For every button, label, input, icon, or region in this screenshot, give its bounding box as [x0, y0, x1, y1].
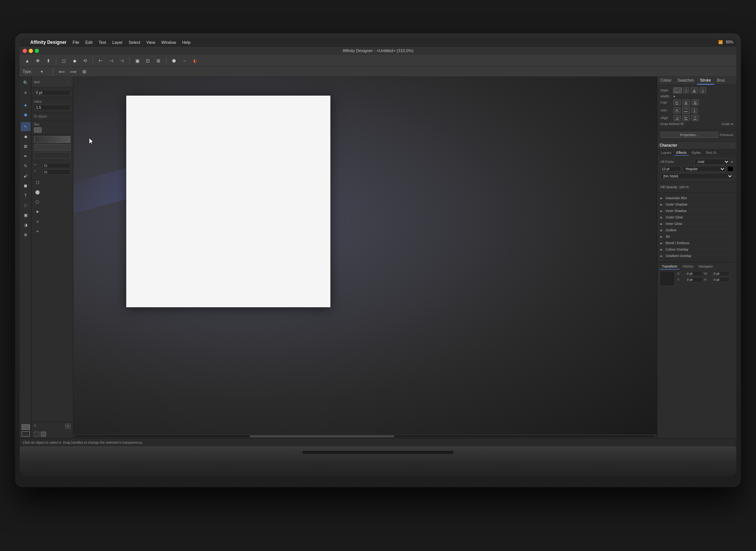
- style-btn-line[interactable]: /: [683, 87, 689, 93]
- style-btn-curve[interactable]: ~: [700, 87, 706, 93]
- tool-zoom-btn[interactable]: ⊕: [21, 230, 31, 239]
- fullscreen-button[interactable]: [35, 49, 39, 53]
- toolbar-node-btn[interactable]: ◆: [70, 57, 79, 65]
- tool-extra-2[interactable]: ⬤: [33, 188, 42, 197]
- bevel-label[interactable]: Bevel / Emboss: [666, 241, 733, 245]
- tool-pencil-btn[interactable]: ✎: [21, 161, 31, 170]
- tool-shape-btn[interactable]: □: [21, 201, 31, 210]
- toolbar-align-left-btn[interactable]: ⊢: [96, 57, 105, 65]
- tx-input[interactable]: [686, 271, 703, 276]
- tw-input[interactable]: [713, 271, 730, 276]
- menu-window[interactable]: Window: [161, 40, 176, 45]
- tab-colour[interactable]: Colour: [657, 77, 674, 85]
- font-color-swatch[interactable]: [727, 166, 733, 172]
- minimize-button[interactable]: [29, 49, 33, 53]
- toolbar-boolean-btn[interactable]: ⊞: [154, 57, 163, 65]
- tab-brush[interactable]: Brus: [714, 77, 728, 85]
- 3d-label[interactable]: 3D: [666, 235, 733, 238]
- style-btn-angle[interactable]: ∠: [691, 87, 698, 93]
- outer-shadow-label[interactable]: Outer Shadow: [666, 203, 733, 206]
- align-3[interactable]: ⊤: [691, 115, 699, 121]
- align-2[interactable]: ⊢: [682, 115, 690, 121]
- close-button[interactable]: [23, 49, 27, 53]
- stroke-value[interactable]: 0 pt: [34, 90, 71, 96]
- stroke-color-swatch[interactable]: [22, 431, 30, 436]
- history-tab[interactable]: History: [680, 264, 696, 269]
- tab-swatches[interactable]: Swatches: [674, 77, 697, 85]
- fill-swatch[interactable]: [34, 127, 42, 133]
- app-name-menu[interactable]: Affinity Designer: [30, 40, 67, 45]
- tool-extra-1[interactable]: ◻: [33, 178, 42, 187]
- align-1[interactable]: ⊣: [673, 115, 681, 121]
- fill-color-swatch[interactable]: [22, 424, 30, 430]
- toolbar-triangle-btn[interactable]: ▲: [23, 57, 32, 65]
- ctx-align2-btn[interactable]: ⟹: [68, 68, 77, 76]
- horizontal-scrollbar[interactable]: [73, 434, 657, 438]
- inner-shadow-label[interactable]: Inner Shadow: [666, 209, 733, 213]
- tool-gradient-btn[interactable]: ▣: [21, 210, 31, 220]
- tool-text-btn[interactable]: T: [21, 191, 31, 200]
- subtab-layers[interactable]: Layers: [659, 150, 674, 156]
- toolbar-group-btn[interactable]: ▣: [133, 57, 142, 65]
- scrollbar-thumb-h[interactable]: [249, 435, 394, 437]
- bottom-add-btn[interactable]: +: [65, 424, 71, 429]
- style-btn-square[interactable]: ⬛: [673, 87, 682, 93]
- subtab-styles[interactable]: Styles: [689, 150, 703, 156]
- join-miter[interactable]: ⋀: [673, 107, 680, 113]
- menu-file[interactable]: File: [73, 40, 79, 45]
- toolbar-align-right-btn[interactable]: ⊣: [117, 57, 126, 65]
- toolbar-move-btn[interactable]: ✥: [33, 57, 42, 65]
- font-size-input[interactable]: [660, 166, 681, 172]
- menu-view[interactable]: View: [146, 40, 155, 45]
- toolbar-insert-btn[interactable]: ⬟: [169, 57, 178, 65]
- toolbar-color-btn[interactable]: ◐: [191, 57, 200, 65]
- tool-search-btn[interactable]: 🔍: [21, 78, 31, 87]
- tool-transparency-btn[interactable]: ◑: [21, 220, 31, 229]
- mitre-value[interactable]: 1.5: [34, 105, 71, 110]
- tool-extra-3[interactable]: ⬡: [33, 198, 42, 207]
- menu-layer[interactable]: Layer: [112, 40, 123, 45]
- join-round[interactable]: ⌒: [682, 107, 690, 114]
- tool-extra-6[interactable]: ⌖: [33, 227, 42, 236]
- menu-help[interactable]: Help: [182, 40, 191, 45]
- font-family-select[interactable]: Arial: [694, 159, 730, 165]
- toolbar-arrow-btn[interactable]: →: [180, 57, 189, 65]
- color-block-2[interactable]: [34, 144, 71, 151]
- swatch-1[interactable]: [34, 432, 39, 437]
- tool-pixel-btn[interactable]: ◉: [21, 110, 31, 119]
- ctx-dropdown-btn[interactable]: ▼: [34, 68, 49, 76]
- colour-overlay-label[interactable]: Colour Overlay: [666, 248, 733, 251]
- swatch-2[interactable]: [41, 432, 46, 437]
- color-block-1[interactable]: [34, 136, 71, 143]
- cap-square[interactable]: ⊡: [691, 99, 699, 105]
- toolbar-transform-btn[interactable]: ⟲: [81, 57, 90, 65]
- toolbar-align-center-btn[interactable]: ⊣: [107, 57, 116, 65]
- tool-brush-btn[interactable]: 🖌: [21, 171, 31, 180]
- tool-fill-btn[interactable]: ◼: [21, 181, 31, 190]
- tool-extra-5[interactable]: ⟡: [33, 217, 42, 226]
- subtab-textst[interactable]: Text St: [703, 150, 719, 156]
- menu-select[interactable]: Select: [129, 40, 140, 45]
- canvas-area[interactable]: [73, 77, 657, 438]
- ctx-grid-btn[interactable]: ⊞: [80, 68, 89, 76]
- tool-list-btn[interactable]: ≡: [21, 88, 31, 97]
- font-style-select[interactable]: Regular: [683, 166, 726, 172]
- toolbar-ungroup-btn[interactable]: ⊡: [143, 57, 152, 65]
- menu-edit[interactable]: Edit: [85, 40, 93, 45]
- color-block-3[interactable]: [34, 152, 71, 159]
- outer-glow-label[interactable]: Outer Glow: [666, 215, 733, 219]
- tool-vector-btn[interactable]: ▲: [21, 100, 31, 109]
- tool-pen-btn[interactable]: ✒: [21, 152, 31, 161]
- toolbar-share-btn[interactable]: ⬆: [44, 57, 53, 65]
- x-input[interactable]: 21: [42, 163, 71, 168]
- th-input[interactable]: [713, 277, 730, 282]
- tab-stroke[interactable]: Stroke: [697, 77, 714, 85]
- gradient-overlay-label[interactable]: Gradient Overlay: [666, 254, 733, 258]
- properties-btn[interactable]: Properties...: [660, 132, 718, 138]
- style-select[interactable]: [No Style]: [660, 173, 733, 179]
- character-panel-collapse[interactable]: ⋯: [730, 143, 734, 147]
- ctx-align-btn[interactable]: ⟸: [57, 68, 66, 76]
- transform-tab[interactable]: Transform: [660, 264, 680, 269]
- y-input[interactable]: 21: [42, 169, 71, 175]
- ty-input[interactable]: [686, 277, 703, 282]
